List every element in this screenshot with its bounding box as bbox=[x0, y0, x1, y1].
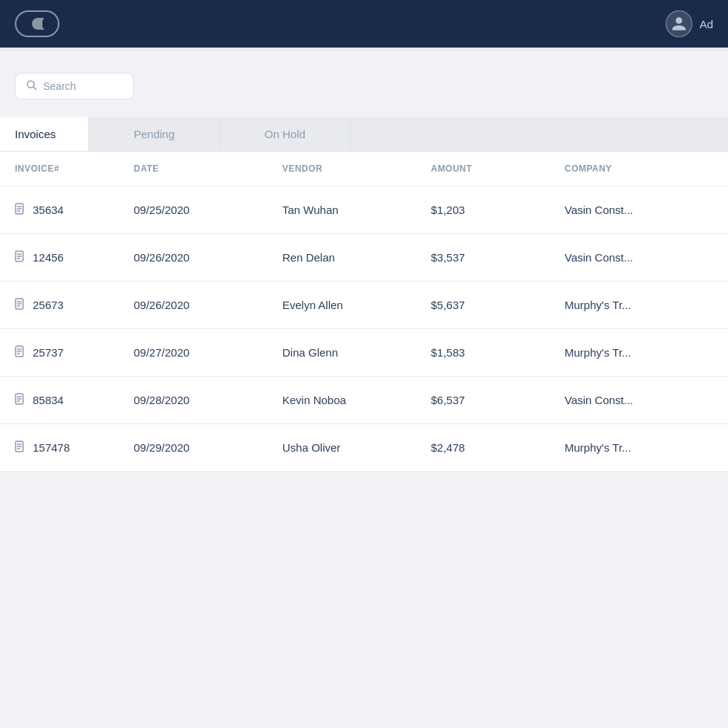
tab-pending[interactable]: Pending bbox=[89, 117, 220, 151]
tab-spacer bbox=[351, 117, 728, 151]
cell-vendor-4: Kevin Noboa bbox=[282, 394, 431, 406]
invoice-file-icon bbox=[15, 298, 25, 312]
cell-invoice-0: 35634 bbox=[15, 203, 134, 217]
table-row[interactable]: 25737 09/27/2020 Dina Glenn $1,583 Murph… bbox=[0, 329, 728, 377]
cell-amount-0: $1,203 bbox=[431, 204, 565, 216]
table-row[interactable]: 25673 09/26/2020 Evelyn Allen $5,637 Mur… bbox=[0, 282, 728, 329]
cell-amount-3: $1,583 bbox=[431, 346, 565, 359]
search-icon bbox=[26, 79, 37, 93]
table-container: INVOICE# DATE VENDOR AMOUNT COMPANY 3563… bbox=[0, 152, 728, 472]
table-row[interactable]: 35634 09/25/2020 Tan Wuhan $1,203 Vasin … bbox=[0, 186, 728, 234]
col-header-vendor: VENDOR bbox=[282, 163, 431, 174]
cell-vendor-2: Evelyn Allen bbox=[282, 299, 431, 311]
cell-date-4: 09/28/2020 bbox=[134, 394, 282, 406]
invoice-file-icon bbox=[15, 250, 25, 264]
col-header-date: DATE bbox=[134, 163, 282, 174]
cell-company-5: Murphy's Tr... bbox=[565, 441, 713, 454]
cell-invoice-1: 12456 bbox=[15, 250, 134, 264]
cell-date-2: 09/26/2020 bbox=[134, 299, 282, 311]
nav-user-label: Ad bbox=[700, 18, 713, 30]
table-header: INVOICE# DATE VENDOR AMOUNT COMPANY bbox=[0, 152, 728, 186]
cell-vendor-5: Usha Oliver bbox=[282, 441, 431, 454]
cell-company-0: Vasin Const... bbox=[565, 204, 713, 216]
main-content: Search Invoices Pending On Hold INVOICE#… bbox=[0, 51, 728, 472]
search-placeholder: Search bbox=[43, 80, 76, 92]
cell-company-4: Vasin Const... bbox=[565, 394, 713, 406]
cell-amount-4: $6,537 bbox=[431, 394, 565, 406]
cell-invoice-5: 157478 bbox=[15, 441, 134, 455]
cell-date-1: 09/26/2020 bbox=[134, 251, 282, 264]
cell-invoice-2: 25673 bbox=[15, 298, 134, 312]
search-box[interactable]: Search bbox=[15, 73, 134, 100]
table-row[interactable]: 157478 09/29/2020 Usha Oliver $2,478 Mur… bbox=[0, 424, 728, 472]
cell-date-5: 09/29/2020 bbox=[134, 441, 282, 454]
cell-vendor-3: Dina Glenn bbox=[282, 346, 431, 359]
navbar: Ad bbox=[0, 0, 728, 48]
search-container: Search bbox=[0, 73, 728, 100]
invoice-file-icon bbox=[15, 393, 25, 407]
avatar[interactable] bbox=[666, 10, 692, 37]
table-row[interactable]: 85834 09/28/2020 Kevin Noboa $6,537 Vasi… bbox=[0, 377, 728, 424]
tabs-container: Invoices Pending On Hold bbox=[0, 117, 728, 152]
cell-amount-1: $3,537 bbox=[431, 251, 565, 264]
table-body: 35634 09/25/2020 Tan Wuhan $1,203 Vasin … bbox=[0, 186, 728, 472]
cell-amount-5: $2,478 bbox=[431, 441, 565, 454]
col-header-company: COMPANY bbox=[565, 163, 713, 174]
tab-on-hold[interactable]: On Hold bbox=[220, 117, 351, 151]
table-row[interactable]: 12456 09/26/2020 Ren Delan $3,537 Vasin … bbox=[0, 234, 728, 282]
cell-invoice-4: 85834 bbox=[15, 393, 134, 407]
col-header-invoice: INVOICE# bbox=[15, 163, 134, 174]
cell-company-2: Murphy's Tr... bbox=[565, 299, 713, 311]
cell-date-3: 09/27/2020 bbox=[134, 346, 282, 359]
col-header-amount: AMOUNT bbox=[431, 163, 565, 174]
cell-company-3: Murphy's Tr... bbox=[565, 346, 713, 359]
cell-company-1: Vasin Const... bbox=[565, 251, 713, 264]
cell-invoice-3: 25737 bbox=[15, 345, 134, 360]
cell-vendor-0: Tan Wuhan bbox=[282, 204, 431, 216]
cell-amount-2: $5,637 bbox=[431, 299, 565, 311]
tab-invoices[interactable]: Invoices bbox=[0, 117, 89, 151]
svg-line-1 bbox=[33, 87, 36, 90]
invoice-file-icon bbox=[15, 203, 25, 217]
cell-vendor-1: Ren Delan bbox=[282, 251, 431, 264]
invoice-file-icon bbox=[15, 441, 25, 455]
cell-date-0: 09/25/2020 bbox=[134, 204, 282, 216]
navbar-right: Ad bbox=[666, 10, 713, 37]
logo[interactable] bbox=[15, 10, 59, 37]
invoice-file-icon bbox=[15, 345, 25, 360]
